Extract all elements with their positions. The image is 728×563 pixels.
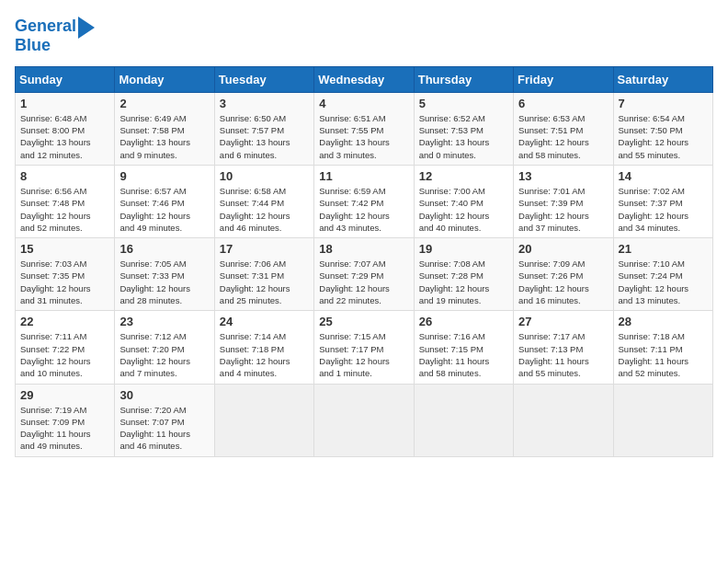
day-info: Sunrise: 7:19 AM Sunset: 7:09 PM Dayligh…	[20, 404, 109, 453]
day-number: 5	[419, 97, 508, 110]
day-info: Sunrise: 7:18 AM Sunset: 7:11 PM Dayligh…	[619, 330, 708, 379]
page-header: General Blue	[15, 15, 713, 55]
logo-text: General	[15, 17, 76, 36]
day-number: 14	[619, 169, 708, 183]
day-number: 4	[319, 97, 408, 110]
header-thursday: Thursday	[414, 66, 513, 92]
calendar-cell: 20Sunrise: 7:09 AM Sunset: 7:26 PM Dayli…	[514, 238, 613, 311]
calendar-cell: 21Sunrise: 7:10 AM Sunset: 7:24 PM Dayli…	[613, 238, 712, 311]
calendar-cell: 18Sunrise: 7:07 AM Sunset: 7:29 PM Dayli…	[314, 238, 414, 311]
day-info: Sunrise: 7:03 AM Sunset: 7:35 PM Dayligh…	[20, 258, 109, 306]
calendar-cell: 22Sunrise: 7:11 AM Sunset: 7:22 PM Dayli…	[16, 311, 115, 384]
calendar-cell: 30Sunrise: 7:20 AM Sunset: 7:07 PM Dayli…	[115, 384, 214, 456]
day-number: 30	[119, 388, 209, 402]
day-number: 9	[119, 169, 209, 183]
calendar-cell: 17Sunrise: 7:06 AM Sunset: 7:31 PM Dayli…	[214, 238, 313, 311]
day-info: Sunrise: 7:12 AM Sunset: 7:20 PM Dayligh…	[119, 330, 209, 379]
calendar-cell: 4Sunrise: 6:51 AM Sunset: 7:55 PM Daylig…	[314, 92, 414, 165]
calendar-cell: 7Sunrise: 6:54 AM Sunset: 7:50 PM Daylig…	[613, 92, 712, 165]
day-info: Sunrise: 7:17 AM Sunset: 7:13 PM Dayligh…	[518, 330, 608, 379]
day-number: 12	[419, 169, 508, 183]
calendar-cell: 29Sunrise: 7:19 AM Sunset: 7:09 PM Dayli…	[16, 384, 115, 456]
calendar-cell: 16Sunrise: 7:05 AM Sunset: 7:33 PM Dayli…	[115, 238, 214, 311]
day-number: 17	[220, 242, 309, 256]
day-number: 25	[319, 315, 408, 328]
header-tuesday: Tuesday	[214, 66, 313, 92]
day-info: Sunrise: 7:11 AM Sunset: 7:22 PM Dayligh…	[20, 330, 109, 379]
day-number: 6	[518, 97, 608, 110]
calendar-cell: 5Sunrise: 6:52 AM Sunset: 7:53 PM Daylig…	[414, 92, 513, 165]
header-wednesday: Wednesday	[314, 66, 414, 92]
day-info: Sunrise: 6:57 AM Sunset: 7:46 PM Dayligh…	[119, 185, 209, 234]
day-info: Sunrise: 7:06 AM Sunset: 7:31 PM Dayligh…	[220, 258, 309, 306]
logo-blue-text: Blue	[15, 37, 51, 55]
day-number: 10	[220, 169, 309, 183]
day-number: 13	[518, 169, 608, 183]
day-info: Sunrise: 6:53 AM Sunset: 7:51 PM Dayligh…	[518, 112, 608, 161]
day-info: Sunrise: 6:52 AM Sunset: 7:53 PM Dayligh…	[419, 112, 508, 161]
calendar-cell: 27Sunrise: 7:17 AM Sunset: 7:13 PM Dayli…	[514, 311, 613, 384]
calendar-cell	[514, 384, 613, 456]
day-info: Sunrise: 7:20 AM Sunset: 7:07 PM Dayligh…	[119, 404, 209, 453]
day-info: Sunrise: 7:14 AM Sunset: 7:18 PM Dayligh…	[220, 330, 309, 379]
header-monday: Monday	[115, 66, 214, 92]
calendar-cell: 19Sunrise: 7:08 AM Sunset: 7:28 PM Dayli…	[414, 238, 513, 311]
calendar-cell: 25Sunrise: 7:15 AM Sunset: 7:17 PM Dayli…	[314, 311, 414, 384]
day-number: 7	[619, 97, 708, 110]
header-friday: Friday	[514, 66, 613, 92]
day-number: 16	[119, 242, 209, 256]
calendar-cell: 15Sunrise: 7:03 AM Sunset: 7:35 PM Dayli…	[16, 238, 115, 311]
calendar-cell: 28Sunrise: 7:18 AM Sunset: 7:11 PM Dayli…	[613, 311, 712, 384]
day-info: Sunrise: 7:10 AM Sunset: 7:24 PM Dayligh…	[619, 258, 708, 306]
day-info: Sunrise: 6:48 AM Sunset: 8:00 PM Dayligh…	[20, 112, 109, 161]
day-info: Sunrise: 7:01 AM Sunset: 7:39 PM Dayligh…	[518, 185, 608, 234]
day-info: Sunrise: 6:50 AM Sunset: 7:57 PM Dayligh…	[220, 112, 309, 161]
day-number: 24	[220, 315, 309, 328]
calendar-cell: 3Sunrise: 6:50 AM Sunset: 7:57 PM Daylig…	[214, 92, 313, 165]
day-number: 28	[619, 315, 708, 328]
calendar-cell: 10Sunrise: 6:58 AM Sunset: 7:44 PM Dayli…	[214, 165, 313, 237]
day-number: 3	[220, 97, 309, 110]
calendar-cell: 6Sunrise: 6:53 AM Sunset: 7:51 PM Daylig…	[514, 92, 613, 165]
day-number: 8	[20, 169, 109, 183]
calendar-cell: 2Sunrise: 6:49 AM Sunset: 7:58 PM Daylig…	[115, 92, 214, 165]
day-info: Sunrise: 6:56 AM Sunset: 7:48 PM Dayligh…	[20, 185, 109, 234]
day-number: 15	[20, 242, 109, 256]
day-number: 29	[20, 388, 109, 402]
calendar-cell	[314, 384, 414, 456]
day-info: Sunrise: 7:05 AM Sunset: 7:33 PM Dayligh…	[119, 258, 209, 306]
calendar-table: SundayMondayTuesdayWednesdayThursdayFrid…	[15, 66, 713, 457]
day-number: 1	[20, 97, 109, 110]
logo: General Blue	[15, 15, 95, 55]
calendar-cell	[414, 384, 513, 456]
day-info: Sunrise: 6:54 AM Sunset: 7:50 PM Dayligh…	[619, 112, 708, 161]
day-info: Sunrise: 7:08 AM Sunset: 7:28 PM Dayligh…	[419, 258, 508, 306]
calendar-cell: 23Sunrise: 7:12 AM Sunset: 7:20 PM Dayli…	[115, 311, 214, 384]
day-number: 18	[319, 242, 408, 256]
calendar-cell: 14Sunrise: 7:02 AM Sunset: 7:37 PM Dayli…	[613, 165, 712, 237]
calendar-cell: 13Sunrise: 7:01 AM Sunset: 7:39 PM Dayli…	[514, 165, 613, 237]
day-number: 11	[319, 169, 408, 183]
day-number: 27	[518, 315, 608, 328]
calendar-cell: 26Sunrise: 7:16 AM Sunset: 7:15 PM Dayli…	[414, 311, 513, 384]
day-info: Sunrise: 6:51 AM Sunset: 7:55 PM Dayligh…	[319, 112, 408, 161]
day-info: Sunrise: 7:09 AM Sunset: 7:26 PM Dayligh…	[518, 258, 608, 306]
day-number: 23	[119, 315, 209, 328]
calendar-cell: 8Sunrise: 6:56 AM Sunset: 7:48 PM Daylig…	[16, 165, 115, 237]
day-info: Sunrise: 6:59 AM Sunset: 7:42 PM Dayligh…	[319, 185, 408, 234]
calendar-cell: 24Sunrise: 7:14 AM Sunset: 7:18 PM Dayli…	[214, 311, 313, 384]
day-info: Sunrise: 6:49 AM Sunset: 7:58 PM Dayligh…	[119, 112, 209, 161]
calendar-cell: 9Sunrise: 6:57 AM Sunset: 7:46 PM Daylig…	[115, 165, 214, 237]
day-info: Sunrise: 7:07 AM Sunset: 7:29 PM Dayligh…	[319, 258, 408, 306]
calendar-cell: 11Sunrise: 6:59 AM Sunset: 7:42 PM Dayli…	[314, 165, 414, 237]
day-info: Sunrise: 7:15 AM Sunset: 7:17 PM Dayligh…	[319, 330, 408, 379]
day-number: 22	[20, 315, 109, 328]
calendar-cell	[214, 384, 313, 456]
day-info: Sunrise: 7:00 AM Sunset: 7:40 PM Dayligh…	[419, 185, 508, 234]
calendar-cell: 1Sunrise: 6:48 AM Sunset: 8:00 PM Daylig…	[16, 92, 115, 165]
calendar-cell: 12Sunrise: 7:00 AM Sunset: 7:40 PM Dayli…	[414, 165, 513, 237]
header-saturday: Saturday	[613, 66, 712, 92]
logo-arrow-icon	[78, 17, 95, 39]
day-number: 21	[619, 242, 708, 256]
day-number: 2	[119, 97, 209, 110]
